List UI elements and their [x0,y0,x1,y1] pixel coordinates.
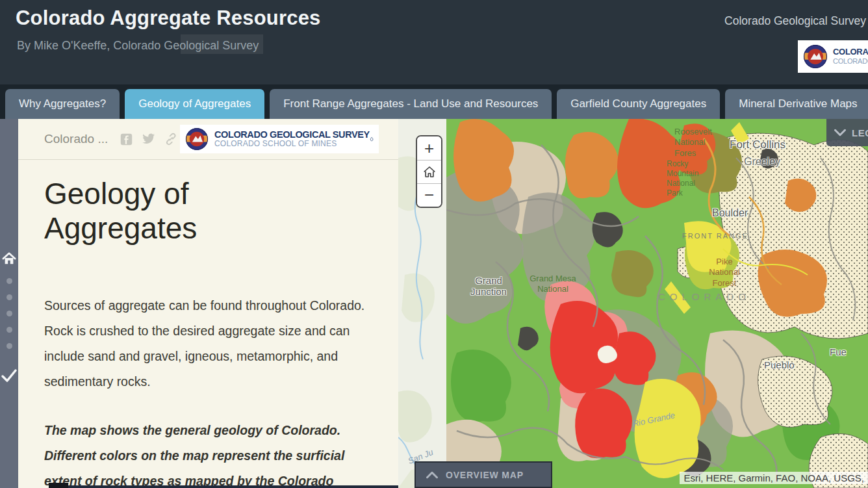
section-nav [0,119,18,488]
home-extent-button[interactable] [417,160,441,183]
org-name: Colorado Geological Survey [724,14,866,28]
section-note-italic: The map shows the general geology of Col… [44,418,367,488]
social-buttons [116,133,182,146]
cgs-seal-icon [803,44,828,69]
tab-geology-of-aggregates[interactable]: Geology of Aggregates [125,89,264,119]
legend-label: LEGEND [852,127,868,138]
map-viewport[interactable]: Roosevelt National Fores Fort Collins Gr… [398,119,868,488]
section-paragraph: Sources of aggregate can be found throug… [44,293,367,394]
chevron-down-icon [834,129,846,136]
next-section-marker [49,483,68,488]
app-header: Colorado Aggregate Resources By Mike O'K… [0,0,868,84]
map-zoom-control: + − [416,135,442,208]
section-heading: Geology of Aggregates [44,177,265,246]
home-icon [423,166,436,178]
geology-map-image [398,119,868,488]
zoom-out-button[interactable]: − [417,183,441,207]
org-logo[interactable]: COLORADO GEOLOGICAL SURVEY COLORADO SCHO… [798,40,868,73]
map-attribution: Esri, HERE, Garmin, FAO, NOAA, USGS, [680,472,868,484]
story-panel: Colorado ... [18,119,398,488]
section-dot[interactable] [6,327,12,333]
cgs-logo: COLORADO GEOLOGICAL SURVEY COLORADO SCHO… [180,125,379,153]
next-section-divider [68,485,398,488]
section-dot[interactable] [6,311,12,316]
tab-front-range-aggregates[interactable]: Front Range Aggregates - Land Use and Re… [270,89,552,119]
section-dot[interactable] [6,343,12,349]
legend-button[interactable]: LEGEND [826,119,868,146]
mines-triangle-icon [370,127,374,151]
org-logo-text: COLORADO GEOLOGICAL SURVEY COLORADO SCHO… [833,47,868,66]
cgs-seal-icon [185,127,209,151]
tab-mineral-derivative-maps[interactable]: Mineral Derivative Maps [725,89,868,119]
tab-garfield-county-aggregates[interactable]: Garfield County Aggregates [557,89,720,119]
zoom-in-button[interactable]: + [417,136,441,160]
page-title: Colorado Aggregate Resources [16,6,321,30]
storymap-app: Colorado Aggregate Resources By Mike O'K… [0,0,868,488]
share-link-icon[interactable] [164,133,177,146]
tab-why-aggregates[interactable]: Why Aggregates? [5,89,120,119]
panel-header: Colorado ... [18,119,398,160]
section-dot[interactable] [6,278,12,284]
overview-map-label: OVERVIEW MAP [446,470,524,480]
check-icon[interactable] [1,368,18,383]
overview-map-button[interactable]: OVERVIEW MAP [415,461,552,488]
panel-body: Geology of Aggregates Sources of aggrega… [18,177,398,488]
twitter-icon[interactable] [142,133,155,145]
byline: By Mike O'Keeffe, Colorado Geological Su… [17,39,259,53]
cgs-logo-text: COLORADO GEOLOGICAL SURVEY COLORADO SCHO… [214,129,370,149]
section-dot[interactable] [6,294,12,300]
facebook-icon[interactable] [120,133,133,146]
home-icon[interactable] [2,252,16,265]
tab-bar: Why Aggregates? Geology of Aggregates Fr… [0,84,868,119]
panel-title: Colorado ... [44,132,108,146]
chevron-up-icon [426,471,438,479]
